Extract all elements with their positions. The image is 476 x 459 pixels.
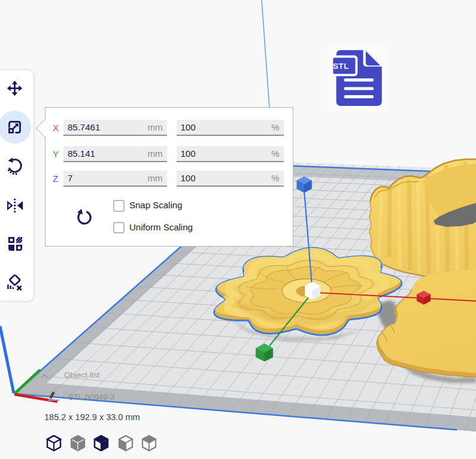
svg-text:STL: STL — [333, 62, 348, 71]
